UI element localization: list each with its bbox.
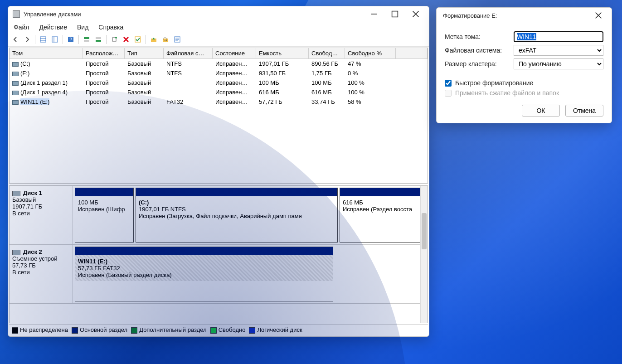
table-row[interactable]: (F:)ПростойБазовыйNTFSИсправен…931,50 ГБ… [10, 68, 428, 78]
svg-rect-1 [40, 37, 46, 42]
svg-rect-2 [52, 37, 58, 42]
partition[interactable]: 100 МБ Исправен (Шифр [75, 188, 134, 243]
menu-view[interactable]: Вид [77, 24, 88, 31]
ok-button[interactable]: ОК [522, 105, 560, 116]
disk-info[interactable]: Диск 1 Базовый 1907,71 ГБ В сети [10, 186, 73, 244]
col-type[interactable]: Тип [125, 48, 164, 58]
close-button[interactable] [405, 7, 426, 21]
menu-help[interactable]: Справка [98, 24, 123, 31]
window-title: Управление дисками [24, 11, 364, 18]
svg-rect-6 [84, 40, 89, 42]
scrollbar[interactable] [420, 186, 428, 323]
quick-format-input[interactable] [445, 80, 452, 87]
svg-rect-0 [392, 11, 398, 17]
close-button[interactable] [588, 8, 609, 23]
menu-file[interactable]: Файл [14, 24, 29, 31]
back-button[interactable] [10, 34, 21, 44]
svg-rect-11 [135, 37, 141, 42]
titlebar[interactable]: Управление дисками [8, 6, 429, 22]
volume-label-input[interactable] [514, 31, 603, 42]
column-headers[interactable]: Том Располож… Тип Файловая с… Состояние … [10, 48, 428, 59]
search-icon[interactable] [160, 34, 171, 44]
legend: Не распределена Основной раздел Дополнит… [9, 324, 428, 335]
menu-action[interactable]: Действие [39, 24, 67, 31]
svg-text:?: ? [69, 37, 72, 42]
disk-management-window: Управление дисками Файл Действие Вид Спр… [8, 6, 429, 337]
label-volume: Метка тома: [445, 33, 514, 40]
label-filesystem: Файловая система: [445, 47, 514, 54]
col-free[interactable]: Свобод… [309, 48, 345, 58]
table-row[interactable]: (C:)ПростойБазовыйNTFSИсправен…1907,01 Г… [10, 59, 428, 68]
minimize-button[interactable] [364, 7, 384, 21]
bottom-icon[interactable] [93, 34, 104, 44]
maximize-button[interactable] [384, 7, 405, 21]
refresh-icon[interactable] [109, 34, 120, 44]
table-row[interactable]: WIN11 (E:)ПростойБазовыйFAT32Исправен…57… [10, 97, 428, 107]
svg-rect-8 [96, 40, 101, 42]
col-volume[interactable]: Том [10, 48, 83, 58]
check-icon[interactable] [132, 34, 143, 44]
col-fs[interactable]: Файловая с… [164, 48, 213, 58]
compression-input [445, 90, 452, 97]
up-folder-icon[interactable] [148, 34, 159, 44]
help-icon[interactable]: ? [65, 34, 76, 44]
partition[interactable]: 616 МБ Исправен (Раздел восста [340, 188, 426, 243]
titlebar[interactable]: Форматирование E: [437, 8, 612, 23]
quick-format-checkbox[interactable]: Быстрое форматирование [445, 79, 603, 87]
toolbar: ? [8, 34, 429, 47]
disk-row: Диск 1 Базовый 1907,71 ГБ В сети 100 МБ … [10, 186, 428, 245]
forward-button[interactable] [22, 34, 33, 44]
app-icon [13, 10, 20, 18]
disk-graphical-view[interactable]: Диск 1 Базовый 1907,71 ГБ В сети 100 МБ … [9, 185, 428, 323]
view-detail-icon[interactable] [49, 34, 60, 44]
label-cluster: Размер кластера: [445, 60, 514, 68]
volume-list[interactable]: Том Располож… Тип Файловая с… Состояние … [9, 48, 428, 184]
table-row[interactable]: (Диск 1 раздел 1)ПростойБазовыйИсправен…… [10, 78, 428, 87]
delete-icon[interactable] [121, 34, 131, 44]
dialog-title: Форматирование E: [443, 12, 588, 19]
svg-rect-5 [84, 37, 89, 39]
table-row[interactable]: (Диск 1 раздел 4)ПростойБазовыйИсправен…… [10, 87, 428, 97]
top-icon[interactable] [81, 34, 92, 44]
disk-icon [12, 250, 20, 255]
cancel-button[interactable]: Отмена [565, 105, 603, 116]
partition[interactable]: (C:) 1907,01 ГБ NTFS Исправен (Загрузка,… [136, 188, 338, 243]
cluster-size-select[interactable]: По умолчанию [514, 58, 603, 69]
compression-checkbox: Применять сжатие файлов и папок [445, 89, 603, 97]
scrollbar-thumb[interactable] [422, 213, 427, 249]
col-capacity[interactable]: Емкость [256, 48, 309, 58]
svg-point-10 [115, 37, 117, 39]
disk-icon [12, 191, 20, 196]
menubar: Файл Действие Вид Справка [8, 22, 429, 34]
col-layout[interactable]: Располож… [83, 48, 125, 58]
col-freepct[interactable]: Свободно % [345, 48, 396, 58]
partition-selected[interactable]: WIN11 (E:) 57,73 ГБ FAT32 Исправен (Базо… [75, 247, 333, 301]
view-list-icon[interactable] [38, 34, 49, 44]
disk-row: Диск 2 Съемное устрой 57,73 ГБ В сети WI… [10, 245, 428, 304]
filesystem-select[interactable]: exFAT [514, 45, 603, 56]
disk-info[interactable]: Диск 2 Съемное устрой 57,73 ГБ В сети [10, 245, 73, 303]
col-status[interactable]: Состояние [213, 48, 256, 58]
properties-icon[interactable] [172, 34, 183, 44]
format-dialog: Форматирование E: Метка тома: Файловая с… [436, 7, 612, 123]
svg-rect-7 [96, 37, 101, 39]
